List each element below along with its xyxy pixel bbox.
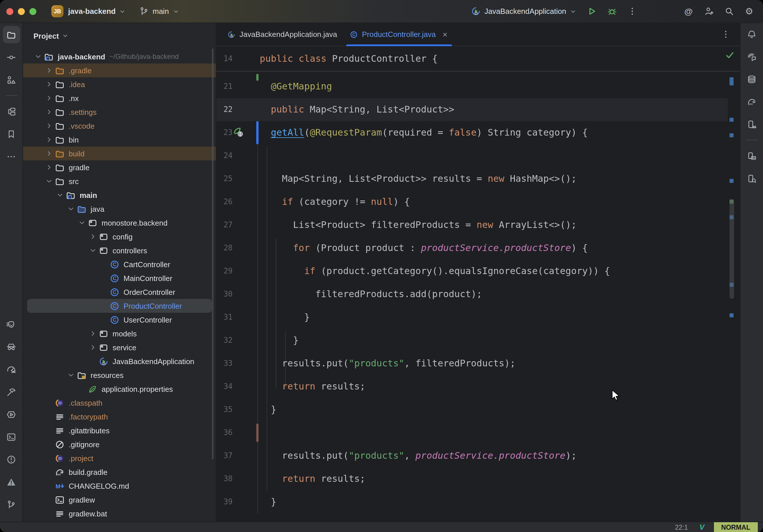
running-devices-icon[interactable] bbox=[743, 147, 760, 164]
tree-scrollbar[interactable] bbox=[212, 49, 214, 459]
tree-item-.gradle[interactable]: .gradle bbox=[23, 63, 216, 77]
change-stripe-mark[interactable] bbox=[729, 313, 733, 317]
project-panel-header[interactable]: Project bbox=[23, 23, 216, 49]
minimize-window-button[interactable] bbox=[18, 8, 25, 15]
chevron-down-icon[interactable] bbox=[43, 177, 55, 185]
ai-assistant-icon[interactable] bbox=[743, 48, 760, 65]
chevron-right-icon[interactable] bbox=[43, 108, 55, 116]
tree-item-.vscode[interactable]: .vscode bbox=[23, 119, 216, 133]
tree-item-gradle[interactable]: gradle bbox=[23, 160, 216, 174]
project-switcher[interactable]: java-backend bbox=[68, 7, 126, 16]
chevron-down-icon[interactable] bbox=[65, 371, 77, 379]
chevron-right-icon[interactable] bbox=[43, 136, 55, 144]
close-window-button[interactable] bbox=[6, 8, 13, 15]
run-button[interactable] bbox=[587, 6, 597, 16]
hierarchy-icon[interactable] bbox=[3, 103, 20, 120]
git-icon[interactable] bbox=[3, 496, 20, 513]
chevron-down-icon[interactable] bbox=[87, 246, 99, 255]
tree-item-resources[interactable]: resources bbox=[23, 368, 216, 382]
services-icon[interactable] bbox=[3, 406, 20, 423]
chevron-right-icon[interactable] bbox=[43, 66, 55, 74]
tree-item-.idea[interactable]: .idea bbox=[23, 77, 216, 91]
ideavim-icon[interactable]: V bbox=[700, 523, 705, 531]
change-stripe-mark[interactable] bbox=[729, 133, 733, 137]
chevron-right-icon[interactable] bbox=[43, 80, 55, 88]
tree-item-gradlew.bat[interactable]: gradlew.bat bbox=[23, 507, 216, 520]
tree-item-service[interactable]: service bbox=[23, 341, 216, 354]
change-stripe-mark[interactable] bbox=[729, 77, 733, 85]
chevron-right-icon[interactable] bbox=[43, 94, 55, 102]
tree-item-java[interactable]: java bbox=[23, 202, 216, 216]
incognito-icon[interactable] bbox=[3, 338, 20, 356]
chevron-right-icon[interactable] bbox=[87, 330, 99, 338]
tree-item-MainController[interactable]: CMainController bbox=[23, 271, 216, 285]
close-tab-icon[interactable] bbox=[442, 31, 448, 38]
tree-item-main[interactable]: main bbox=[23, 188, 216, 202]
settings-gear-icon[interactable]: ⚙ bbox=[744, 6, 754, 16]
tree-item-.gitignore[interactable]: .gitignore bbox=[23, 437, 216, 451]
more-icon[interactable] bbox=[3, 148, 20, 165]
tree-item-.gitattributes[interactable]: .gitattributes bbox=[23, 424, 216, 437]
tree-item-bin[interactable]: bin bbox=[23, 133, 216, 147]
tree-item-UserController[interactable]: CUserController bbox=[23, 313, 216, 327]
ai-assistant-icon[interactable]: @ bbox=[683, 6, 694, 16]
tree-item-JavaBackendApplication[interactable]: JavaBackendApplication bbox=[23, 354, 216, 368]
tree-item-controllers[interactable]: controllers bbox=[23, 244, 216, 257]
notifications-icon[interactable] bbox=[743, 25, 760, 43]
tree-item-OrderController[interactable]: COrderController bbox=[23, 285, 216, 299]
chevron-down-icon[interactable] bbox=[54, 191, 66, 199]
chevron-down-icon[interactable] bbox=[32, 53, 44, 60]
chevron-right-icon[interactable] bbox=[43, 122, 55, 130]
branch-switcher[interactable]: main bbox=[139, 6, 179, 16]
editor-tab-ProductController.java[interactable]: CProductController.java bbox=[343, 23, 455, 46]
android-icon[interactable] bbox=[743, 115, 760, 133]
request-mapping-gutter-icon[interactable] bbox=[233, 126, 244, 138]
tree-item-application.properties[interactable]: application.properties bbox=[23, 382, 216, 396]
chevron-right-icon[interactable] bbox=[87, 343, 99, 351]
chevron-down-icon[interactable] bbox=[76, 219, 88, 227]
tree-item-ProductController[interactable]: CProductController bbox=[27, 299, 212, 313]
bookmarks-icon[interactable] bbox=[3, 125, 20, 143]
copilot-icon[interactable] bbox=[3, 316, 20, 333]
chevron-down-icon[interactable] bbox=[65, 205, 77, 213]
database-icon[interactable] bbox=[743, 70, 760, 88]
chevron-right-icon[interactable] bbox=[43, 163, 55, 171]
maximize-window-button[interactable] bbox=[30, 8, 36, 15]
gradle-icon[interactable] bbox=[743, 93, 760, 110]
run-configuration-selector[interactable]: JavaBackendApplication bbox=[471, 6, 577, 16]
tree-item-gradlew[interactable]: gradlew bbox=[23, 493, 216, 507]
profiler-icon[interactable] bbox=[3, 361, 20, 378]
tree-item-CHANGELOG.md[interactable]: MCHANGELOG.md bbox=[23, 479, 216, 493]
change-stripe-mark[interactable] bbox=[729, 118, 733, 122]
code-area[interactable]: 21 @GetMapping22 public Map<String, List… bbox=[216, 71, 740, 522]
tree-item-models[interactable]: models bbox=[23, 327, 216, 341]
tree-item-.project[interactable]: .project bbox=[23, 451, 216, 465]
debug-button[interactable] bbox=[606, 6, 617, 16]
change-stripe-mark[interactable] bbox=[729, 179, 733, 183]
tab-list-kebab-icon[interactable] bbox=[721, 30, 731, 39]
tree-item-config[interactable]: config bbox=[23, 230, 216, 244]
tree-item-java-backend[interactable]: java-backend~/Github/java-backend bbox=[23, 50, 216, 63]
tree-item-CartController[interactable]: CCartController bbox=[23, 257, 216, 271]
build-icon[interactable] bbox=[3, 383, 20, 400]
tree-item-.settings[interactable]: .settings bbox=[23, 105, 216, 119]
commit-icon[interactable] bbox=[3, 49, 20, 66]
tree-item-.classpath[interactable]: .classpath bbox=[23, 396, 216, 410]
tree-item-monostore.backend[interactable]: monostore.backend bbox=[23, 216, 216, 230]
tree-item-.factorypath[interactable]: .factorypath bbox=[23, 410, 216, 424]
add-user-icon[interactable] bbox=[704, 6, 714, 16]
chevron-right-icon[interactable] bbox=[43, 150, 55, 158]
chevron-right-icon[interactable] bbox=[87, 233, 99, 241]
device-explorer-icon[interactable] bbox=[743, 170, 760, 187]
inspection-ok-icon[interactable] bbox=[725, 50, 735, 60]
search-icon[interactable] bbox=[724, 6, 734, 16]
structure-icon[interactable] bbox=[3, 71, 20, 88]
tree-item-.nx[interactable]: .nx bbox=[23, 91, 216, 105]
editor-scrollbar[interactable] bbox=[729, 199, 734, 299]
problems-icon[interactable] bbox=[3, 451, 20, 468]
tree-item-build.gradle[interactable]: build.gradle bbox=[23, 465, 216, 479]
tree-item-src[interactable]: src bbox=[23, 174, 216, 188]
tree-item-build[interactable]: build bbox=[23, 147, 216, 160]
editor-tab-JavaBackendApplication.java[interactable]: JavaBackendApplication.java bbox=[221, 23, 343, 46]
more-actions-button[interactable] bbox=[627, 6, 637, 16]
